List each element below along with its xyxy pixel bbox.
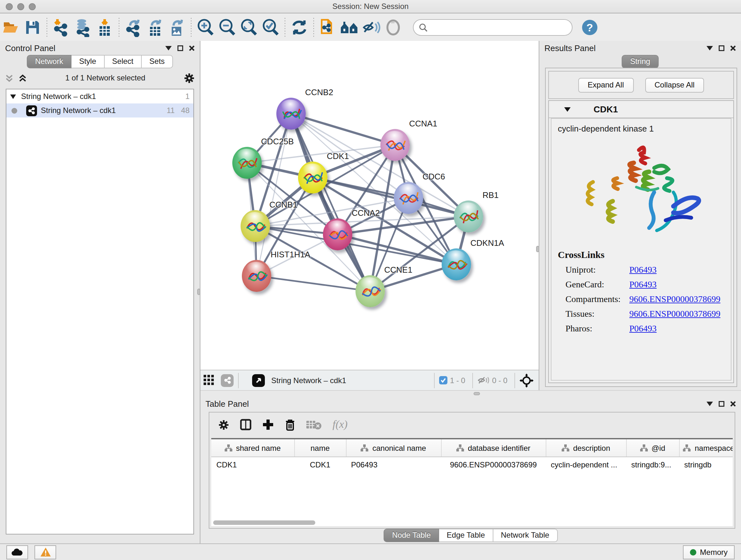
search-field[interactable] xyxy=(413,19,572,36)
birds-eye-view-icon[interactable] xyxy=(200,369,217,391)
warning-button[interactable] xyxy=(35,545,56,559)
node-CCNB1[interactable] xyxy=(241,210,270,242)
node-CDC6[interactable] xyxy=(394,182,423,214)
node-HIST1H1A[interactable] xyxy=(242,260,271,292)
zoom-selected-icon[interactable] xyxy=(260,16,281,38)
crosslink-link[interactable]: P06493 xyxy=(629,280,657,290)
table-cell[interactable]: CDK1 xyxy=(294,457,346,473)
crosslink-link[interactable]: 9606.ENSP00000378699 xyxy=(629,294,720,305)
node-RB1[interactable] xyxy=(454,200,483,233)
close-panel-icon[interactable] xyxy=(730,45,736,51)
table-header-row[interactable]: shared namenamecanonical namedatabase id… xyxy=(211,439,733,457)
column-header-name[interactable]: name xyxy=(294,439,346,457)
svg-text:?: ? xyxy=(587,21,593,33)
node-CCNA2[interactable] xyxy=(323,219,352,250)
node-section-header[interactable]: CDK1 xyxy=(549,101,733,118)
expand-all-networks-icon[interactable] xyxy=(18,74,27,82)
maximize-panel-icon[interactable] xyxy=(719,45,724,51)
node-CCNB2[interactable] xyxy=(276,98,306,130)
string-home-icon[interactable] xyxy=(339,16,360,38)
float-panel-icon[interactable] xyxy=(165,46,172,50)
table-cell[interactable]: CDK1 xyxy=(211,457,294,473)
import-table-file-icon[interactable] xyxy=(94,16,116,38)
tab-sets[interactable]: Sets xyxy=(142,55,173,68)
tab-style[interactable]: Style xyxy=(71,55,105,68)
share-document-icon[interactable] xyxy=(317,16,339,38)
tab-network[interactable]: Network xyxy=(27,55,71,68)
edge-HIST1H1A-CCNE1[interactable] xyxy=(257,276,370,291)
collection-expand-arrow-icon[interactable] xyxy=(10,94,16,99)
network-collection-row[interactable]: String Network – cdk1 1 xyxy=(6,89,193,104)
highlight-icon[interactable] xyxy=(382,16,404,38)
node-CCNE1[interactable] xyxy=(355,275,385,307)
close-panel-icon[interactable] xyxy=(730,401,736,407)
table-cell[interactable]: cyclin-dependent ... xyxy=(546,457,626,473)
column-header-namespace[interactable]: namespace xyxy=(679,439,733,457)
float-panel-icon[interactable] xyxy=(706,46,713,50)
tab-string[interactable]: String xyxy=(622,55,659,68)
float-panel-icon[interactable] xyxy=(706,401,713,406)
selected-nodes-checkbox-icon[interactable] xyxy=(439,376,448,384)
open-external-icon[interactable] xyxy=(252,374,265,387)
maximize-panel-icon[interactable] xyxy=(719,401,724,407)
crosslink-link[interactable]: P06493 xyxy=(629,265,657,275)
tab-network-table[interactable]: Network Table xyxy=(493,528,558,542)
table-cell[interactable]: stringdb xyxy=(679,457,733,473)
table-settings-gear-icon[interactable] xyxy=(218,419,229,430)
crosslink-link[interactable]: P06493 xyxy=(629,324,657,334)
column-header-sharedname[interactable]: shared name xyxy=(211,439,294,457)
node-table[interactable]: shared namenamecanonical namedatabase id… xyxy=(211,438,733,526)
collapse-all-networks-icon[interactable] xyxy=(5,74,13,82)
column-header-description[interactable]: description xyxy=(546,439,626,457)
search-input[interactable] xyxy=(431,22,567,32)
string-network-badge-icon[interactable] xyxy=(221,374,233,387)
expand-all-button[interactable]: Expand All xyxy=(578,78,633,92)
delete-column-icon[interactable] xyxy=(285,419,295,431)
hide-selected-icon[interactable] xyxy=(360,16,382,38)
table-cell[interactable]: stringdb:9... xyxy=(626,457,679,473)
collapse-all-button[interactable]: Collapse All xyxy=(645,78,704,92)
table-cell[interactable]: P06493 xyxy=(346,457,441,473)
cloud-button[interactable] xyxy=(6,545,28,559)
column-header-id[interactable]: @id xyxy=(626,439,679,457)
string-app-icon xyxy=(26,105,37,116)
horizontal-scrollbar[interactable] xyxy=(213,520,315,525)
network-canvas[interactable]: CCNB2CCNA1CDC25BCDK1CDC6RB1CCNB1CCNA2CDK… xyxy=(200,41,539,370)
column-header-canonicalname[interactable]: canonical name xyxy=(346,439,441,457)
export-table-icon[interactable] xyxy=(144,16,166,38)
export-network-icon[interactable] xyxy=(123,16,144,38)
tab-node-table[interactable]: Node Table xyxy=(384,528,439,542)
network-row[interactable]: String Network – cdk1 11 48 xyxy=(6,104,193,118)
tab-select[interactable]: Select xyxy=(105,55,142,68)
tab-edge-table[interactable]: Edge Table xyxy=(439,528,493,542)
crosslink-link[interactable]: 9606.ENSP00000378699 xyxy=(629,309,720,319)
column-header-databaseidentifier[interactable]: database identifier xyxy=(441,439,546,457)
memory-button[interactable]: Memory xyxy=(683,545,735,559)
section-collapse-arrow-icon[interactable] xyxy=(564,107,570,111)
close-panel-icon[interactable] xyxy=(189,45,195,51)
node-CDC25B[interactable] xyxy=(232,147,262,179)
import-network-file-icon[interactable] xyxy=(51,16,72,38)
apply-preferred-layout-icon[interactable] xyxy=(288,16,310,38)
create-column-icon[interactable] xyxy=(262,419,274,430)
maximize-panel-icon[interactable] xyxy=(178,45,183,51)
zoom-in-icon[interactable] xyxy=(195,16,216,38)
table-cell[interactable]: 9606.ENSP00000378699 xyxy=(441,457,546,473)
table-row[interactable]: CDK1CDK1P064939606.ENSP00000378699cyclin… xyxy=(211,457,733,473)
show-columns-icon[interactable] xyxy=(240,419,252,430)
horizontal-splitter[interactable] xyxy=(200,390,741,396)
network-options-gear-icon[interactable] xyxy=(184,72,195,83)
export-image-icon[interactable] xyxy=(166,16,188,38)
import-network-database-icon[interactable] xyxy=(72,16,94,38)
zoom-fit-icon[interactable] xyxy=(238,16,260,38)
node-CCNA1[interactable] xyxy=(381,129,410,161)
pan-crosshair-icon[interactable] xyxy=(520,373,534,387)
zoom-out-icon[interactable] xyxy=(216,16,238,38)
help-icon[interactable]: ? xyxy=(579,16,601,38)
node-CDK1[interactable] xyxy=(298,162,327,193)
node-CDKN1A[interactable] xyxy=(442,248,471,280)
save-session-icon[interactable] xyxy=(22,16,44,38)
left-splitter-handle[interactable] xyxy=(197,289,200,295)
open-session-icon[interactable] xyxy=(0,16,22,38)
edge-CCNB2-CCNA1[interactable] xyxy=(291,114,395,145)
